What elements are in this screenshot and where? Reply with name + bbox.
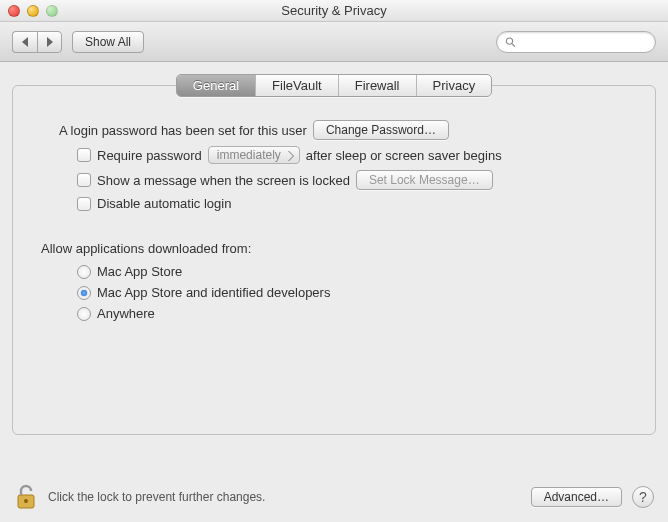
advanced-button[interactable]: Advanced… <box>531 487 622 507</box>
gatekeeper-identified-label: Mac App Store and identified developers <box>97 285 330 300</box>
svg-point-0 <box>506 37 512 43</box>
settings-panel: A login password has been set for this u… <box>12 85 656 435</box>
search-input[interactable] <box>520 34 647 50</box>
lock-icon[interactable] <box>14 483 38 511</box>
show-all-label: Show All <box>85 35 131 49</box>
change-password-button[interactable]: Change Password… <box>313 120 449 140</box>
toolbar: Show All <box>0 22 668 62</box>
svg-line-1 <box>512 43 515 46</box>
footer: Click the lock to prevent further change… <box>0 472 668 522</box>
require-password-label: Require password <box>97 148 202 163</box>
tab-filevault[interactable]: FileVault <box>256 75 339 96</box>
forward-button[interactable] <box>37 31 62 53</box>
minimize-icon[interactable] <box>27 5 39 17</box>
tab-general[interactable]: General <box>177 75 256 96</box>
show-lock-message-checkbox[interactable] <box>77 173 91 187</box>
show-all-button[interactable]: Show All <box>72 31 144 53</box>
gatekeeper-anywhere-radio[interactable] <box>77 307 91 321</box>
gatekeeper-appstore-radio[interactable] <box>77 265 91 279</box>
show-lock-message-label: Show a message when the screen is locked <box>97 173 350 188</box>
back-button[interactable] <box>12 31 37 53</box>
gatekeeper-heading: Allow applications downloaded from: <box>41 241 627 256</box>
help-button[interactable]: ? <box>632 486 654 508</box>
search-field[interactable] <box>496 31 656 53</box>
window-title: Security & Privacy <box>0 3 668 18</box>
set-lock-message-button[interactable]: Set Lock Message… <box>356 170 493 190</box>
login-password-text: A login password has been set for this u… <box>59 123 307 138</box>
require-password-checkbox[interactable] <box>77 148 91 162</box>
window-titlebar: Security & Privacy <box>0 0 668 22</box>
disable-auto-login-label: Disable automatic login <box>97 196 231 211</box>
require-password-suffix: after sleep or screen saver begins <box>306 148 502 163</box>
search-icon <box>505 36 516 48</box>
gatekeeper-appstore-label: Mac App Store <box>97 264 182 279</box>
gatekeeper-anywhere-label: Anywhere <box>97 306 155 321</box>
lock-description: Click the lock to prevent further change… <box>48 490 265 504</box>
window-controls <box>0 5 58 17</box>
disable-auto-login-checkbox[interactable] <box>77 197 91 211</box>
svg-point-3 <box>24 499 28 503</box>
tab-privacy[interactable]: Privacy <box>417 75 492 96</box>
close-icon[interactable] <box>8 5 20 17</box>
tab-firewall[interactable]: Firewall <box>339 75 417 96</box>
require-password-delay-select[interactable]: immediately <box>208 146 300 164</box>
zoom-icon[interactable] <box>46 5 58 17</box>
tab-bar: General FileVault Firewall Privacy <box>12 74 656 97</box>
gatekeeper-identified-radio[interactable] <box>77 286 91 300</box>
nav-buttons <box>12 31 62 53</box>
